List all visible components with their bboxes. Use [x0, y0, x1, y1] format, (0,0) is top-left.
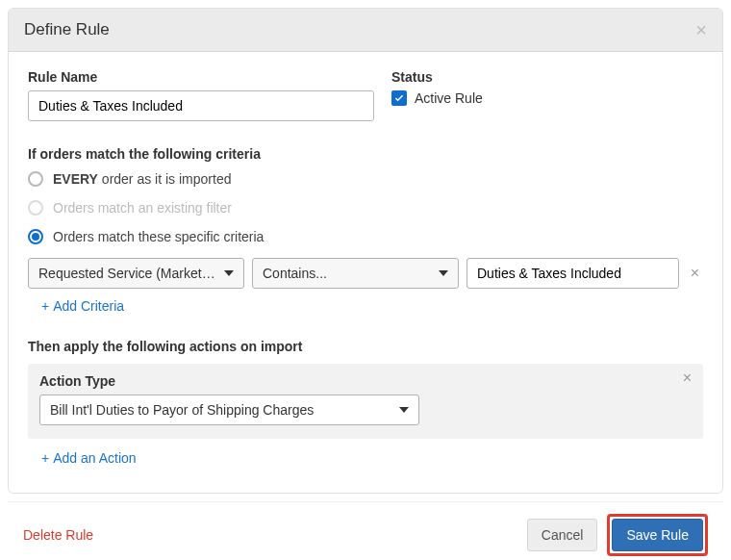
- status-group: Status Active Rule: [391, 69, 703, 121]
- criteria-section-label: If orders match the following criteria: [28, 146, 703, 162]
- plus-icon: +: [41, 298, 49, 314]
- add-action-link[interactable]: + Add an Action: [41, 450, 137, 466]
- criteria-field-value: Requested Service (Marketplac…: [38, 266, 239, 281]
- active-rule-label: Active Rule: [415, 90, 483, 106]
- add-criteria-link[interactable]: + Add Criteria: [41, 298, 124, 314]
- criteria-operator-select[interactable]: Contains...: [252, 258, 459, 289]
- radio-every-row[interactable]: EVERY order as it is imported: [28, 171, 703, 187]
- modal-footer: Delete Rule Cancel Save Rule: [8, 501, 723, 560]
- caret-down-icon: [439, 270, 448, 276]
- criteria-operator-value: Contains...: [263, 266, 327, 281]
- action-type-label: Action Type: [39, 373, 692, 389]
- radio-every-label: EVERY order as it is imported: [53, 171, 231, 187]
- actions-section-label: Then apply the following actions on impo…: [28, 339, 703, 354]
- criteria-row: Requested Service (Marketplac… Contains.…: [28, 258, 703, 289]
- modal-header: Define Rule ×: [9, 9, 722, 52]
- radio-specific[interactable]: [28, 229, 43, 244]
- plus-icon: +: [41, 450, 49, 466]
- save-rule-button[interactable]: Save Rule: [612, 519, 703, 551]
- criteria-value-input[interactable]: [466, 258, 679, 289]
- cancel-button[interactable]: Cancel: [527, 519, 598, 551]
- caret-down-icon: [399, 407, 409, 413]
- caret-down-icon: [224, 270, 234, 276]
- remove-action-icon[interactable]: ×: [679, 369, 695, 387]
- radio-existing: [28, 200, 43, 216]
- active-rule-row: Active Rule: [391, 90, 703, 106]
- top-row: Rule Name Status Active Rule: [28, 69, 703, 121]
- action-type-value: Bill Int'l Duties to Payor of Shipping C…: [50, 402, 314, 418]
- radio-specific-label: Orders match these specific criteria: [53, 229, 264, 244]
- delete-rule-link[interactable]: Delete Rule: [23, 527, 93, 543]
- define-rule-modal: Define Rule × Rule Name Status Active Ru…: [8, 8, 723, 494]
- radio-existing-label: Orders match an existing filter: [53, 200, 232, 216]
- radio-specific-row[interactable]: Orders match these specific criteria: [28, 229, 703, 244]
- action-box: × Action Type Bill Int'l Duties to Payor…: [28, 364, 703, 439]
- check-icon: [393, 92, 405, 104]
- active-rule-checkbox[interactable]: [391, 90, 407, 106]
- rule-name-label: Rule Name: [28, 69, 374, 85]
- footer-buttons: Cancel Save Rule: [527, 514, 708, 556]
- rule-name-input[interactable]: [28, 90, 374, 121]
- criteria-field-select[interactable]: Requested Service (Marketplac…: [28, 258, 244, 289]
- radio-existing-row: Orders match an existing filter: [28, 200, 703, 216]
- close-icon[interactable]: ×: [695, 20, 707, 39]
- radio-every[interactable]: [28, 171, 43, 187]
- rule-name-group: Rule Name: [28, 69, 374, 121]
- status-label: Status: [391, 69, 703, 85]
- modal-title: Define Rule: [24, 20, 110, 39]
- remove-criteria-icon[interactable]: ×: [687, 265, 703, 282]
- modal-body: Rule Name Status Active Rule If orders m…: [9, 52, 722, 493]
- radio-dot-icon: [32, 233, 39, 241]
- save-highlight: Save Rule: [607, 514, 708, 556]
- action-type-select[interactable]: Bill Int'l Duties to Payor of Shipping C…: [39, 395, 419, 425]
